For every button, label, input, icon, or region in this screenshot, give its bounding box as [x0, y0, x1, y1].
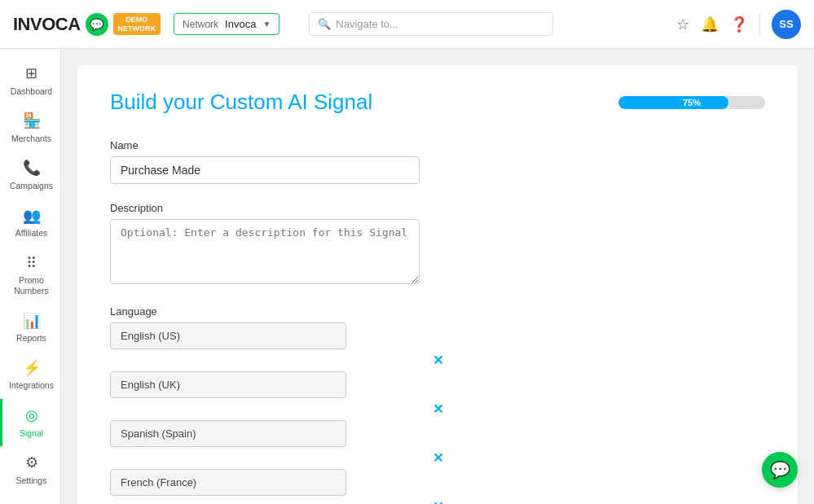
- logo-text: INVOCA: [13, 14, 81, 35]
- nav-divider: [759, 12, 760, 37]
- content-card: Build your Custom AI Signal 75% Name Des…: [77, 65, 798, 504]
- remove-language-3-button[interactable]: ✕: [110, 449, 765, 467]
- chevron-down-icon: ▼: [262, 20, 271, 28]
- language-selector-3[interactable]: Spanish (Spain): [110, 420, 346, 447]
- progress-bar: 75%: [618, 96, 765, 109]
- avatar[interactable]: SS: [772, 10, 801, 39]
- search-icon: 🔍: [318, 18, 331, 30]
- promo-numbers-icon: ⠿: [26, 255, 37, 273]
- logo-area: INVOCA 💬 DEMO NETWORK: [13, 13, 161, 36]
- sidebar-item-campaigns[interactable]: 📞 Campaigns: [0, 151, 60, 199]
- affiliates-icon: 👥: [23, 208, 41, 226]
- description-field-group: Description: [110, 202, 765, 287]
- remove-language-1-button[interactable]: ✕: [110, 351, 765, 370]
- integrations-icon: ⚡: [23, 360, 41, 378]
- campaigns-icon: 📞: [23, 160, 41, 177]
- page-title: Build your Custom AI Signal: [110, 90, 372, 115]
- favorites-icon[interactable]: ☆: [676, 15, 689, 33]
- progress-bar-fill: [618, 96, 728, 109]
- signal-icon: ◎: [25, 407, 38, 425]
- language-item-2: English (UK) ✕: [110, 371, 765, 419]
- language-selector-2[interactable]: English (UK): [110, 371, 346, 398]
- remove-language-4-button[interactable]: ✕: [110, 497, 765, 504]
- main-wrapper: ⊞ Dashboard 🏪 Merchants 📞 Campaigns 👥 Af…: [0, 49, 814, 504]
- name-input[interactable]: [110, 156, 420, 184]
- sidebar-item-promo-numbers[interactable]: ⠿ Promo Numbers: [0, 247, 60, 305]
- notifications-icon[interactable]: 🔔: [701, 15, 719, 33]
- chat-bubble[interactable]: 💬: [762, 452, 798, 488]
- sidebar: ⊞ Dashboard 🏪 Merchants 📞 Campaigns 👥 Af…: [0, 49, 61, 504]
- sidebar-item-integrations[interactable]: ⚡ Integrations: [0, 352, 60, 399]
- sidebar-item-reports[interactable]: 📊 Reports: [0, 305, 60, 352]
- help-icon[interactable]: ❓: [730, 15, 748, 33]
- language-item-1: English (US) ✕: [110, 322, 765, 370]
- settings-icon: ⚙: [25, 454, 38, 472]
- sidebar-item-affiliates[interactable]: 👥 Affiliates: [0, 199, 60, 247]
- language-label: Language: [110, 305, 765, 318]
- language-item-3: Spanish (Spain) ✕: [110, 420, 765, 467]
- merchants-icon: 🏪: [23, 112, 41, 130]
- name-label: Name: [110, 139, 765, 151]
- top-navigation: INVOCA 💬 DEMO NETWORK Network Invoca ▼ 🔍…: [0, 0, 814, 49]
- description-textarea[interactable]: [110, 219, 420, 284]
- network-selector[interactable]: Network Invoca ▼: [174, 13, 279, 35]
- language-selector-4[interactable]: French (France): [110, 469, 346, 496]
- search-area[interactable]: 🔍 Navigate to...: [309, 12, 553, 36]
- reports-icon: 📊: [23, 313, 41, 331]
- sidebar-item-signal[interactable]: ◎ Signal: [0, 399, 60, 446]
- logo-icon: 💬: [86, 13, 108, 36]
- content-area: Build your Custom AI Signal 75% Name Des…: [61, 49, 814, 504]
- nav-actions: ☆ 🔔 ❓ SS: [676, 10, 801, 39]
- sidebar-item-merchants[interactable]: 🏪 Merchants: [0, 104, 60, 151]
- language-item-4: French (France) ✕: [110, 469, 765, 504]
- progress-label: 75%: [683, 98, 701, 107]
- progress-container: 75%: [618, 96, 765, 109]
- sidebar-item-dashboard[interactable]: ⊞ Dashboard: [0, 57, 60, 104]
- dashboard-icon: ⊞: [25, 65, 37, 83]
- network-value: Invoca: [225, 18, 256, 30]
- search-placeholder: Navigate to...: [336, 18, 398, 30]
- sidebar-item-settings[interactable]: ⚙ Settings: [0, 446, 60, 493]
- language-field-group: Language English (US) ✕ English (UK) ✕ S…: [110, 305, 765, 504]
- name-field-group: Name: [110, 139, 765, 184]
- language-selector-1[interactable]: English (US): [110, 322, 346, 349]
- network-label: Network: [183, 19, 218, 30]
- page-header: Build your Custom AI Signal 75%: [110, 90, 765, 115]
- remove-language-2-button[interactable]: ✕: [110, 400, 765, 419]
- demo-badge: DEMO NETWORK: [113, 13, 161, 36]
- description-label: Description: [110, 202, 765, 214]
